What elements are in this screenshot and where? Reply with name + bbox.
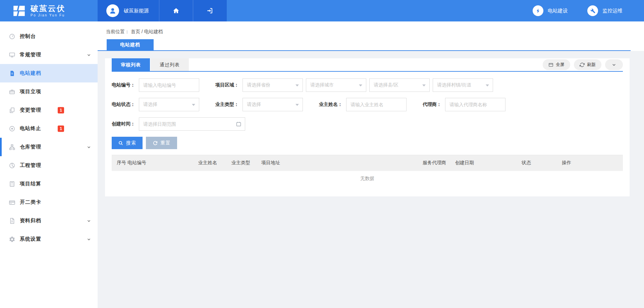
rotate-ccw-icon: [153, 140, 158, 146]
breadcrumb-label: 当前位置：: [106, 29, 129, 34]
province-select[interactable]: 请选择省份: [243, 78, 303, 92]
sidebar-item-data-archive[interactable]: 资料归档: [0, 211, 98, 230]
station-status-select[interactable]: 请选择: [139, 98, 199, 111]
fullscreen-label: 全屏: [556, 62, 565, 68]
credit-card-icon: [9, 199, 15, 206]
nav-monitor-ops[interactable]: 监控运维: [587, 5, 623, 16]
header-user-band: 破茧新能源: [98, 0, 227, 21]
station-terminate-badge: 1: [58, 125, 64, 132]
avatar: [106, 4, 119, 17]
region-label: 项目区域：: [215, 82, 239, 88]
nav-station-build[interactable]: 电站建设: [533, 5, 568, 16]
filter-station-status: 电站状态： 请选择: [112, 98, 199, 111]
filter-owner-type: 业主类型： 请选择: [215, 98, 303, 111]
document-icon: [9, 70, 15, 77]
station-no-label: 电站编号：: [112, 82, 135, 88]
region-selects: 请选择省份 请选择城市 请选择县/区 请选择村镇/街道: [243, 78, 493, 92]
top-header: 破茧云伏 Po Jian Yun Fu 破茧新能源: [0, 0, 644, 21]
brand-text: 破茧云伏 Po Jian Yun Fu: [31, 5, 65, 17]
sidebar-item-engineering-mgmt[interactable]: 工程管理: [0, 156, 98, 175]
col-status: 状态: [522, 155, 562, 171]
table-header-row: 序号 电站编号 业主姓名 业主类型 项目地址 服务代理商 创建日期 状态 操作: [112, 155, 623, 171]
county-select[interactable]: 请选择县/区: [369, 78, 430, 92]
copy-icon: [9, 107, 15, 114]
sidebar-item-warehouse-mgmt[interactable]: 仓库管理: [0, 138, 98, 156]
station-no-input[interactable]: [139, 78, 199, 92]
sidebar-item-station-archive[interactable]: 电站建档: [0, 64, 98, 82]
panel-tabbar: 审核列表 通过列表 全屏 刷新: [112, 58, 623, 72]
chevron-down-icon: [87, 53, 91, 57]
reset-button[interactable]: 重置: [146, 137, 177, 149]
archive-icon: [9, 218, 15, 224]
breadcrumb: 当前位置： 首页 / 电站建档: [98, 21, 644, 35]
chevron-down-icon: [87, 145, 91, 149]
record-icon: [9, 125, 15, 132]
brand-title: 破茧云伏: [31, 5, 65, 12]
user-name: 破茧新能源: [124, 8, 149, 14]
main-area: 当前位置： 首页 / 电站建档 电站建档 审核列表 通过列表 全屏: [98, 21, 644, 308]
sidebar-item-open-card[interactable]: 开二类卡: [0, 193, 98, 211]
page-topbar: 当前位置： 首页 / 电站建档 电站建档: [98, 21, 644, 51]
collapse-button[interactable]: [605, 59, 623, 70]
chevron-down-icon: [611, 62, 616, 67]
change-mgmt-badge: 1: [58, 107, 64, 113]
login-icon: [206, 7, 214, 14]
wrench-icon-wrap: [587, 5, 598, 16]
filter-row-3: 创建时间：: [112, 117, 623, 131]
date-range-picker[interactable]: [139, 117, 245, 131]
wrench-icon: [590, 8, 596, 14]
main-panel: 审核列表 通过列表 全屏 刷新: [105, 58, 630, 196]
filter-region: 项目区域： 请选择省份 请选择城市 请选择县/区 请选择村镇/街道: [215, 78, 493, 92]
home-button[interactable]: [159, 0, 193, 21]
briefcase-icon: [9, 88, 15, 95]
pie-chart-icon: [9, 162, 15, 169]
col-owner-name: 业主姓名: [198, 155, 231, 171]
sidebar-item-console[interactable]: 控制台: [0, 27, 98, 46]
sidebar-item-general-mgmt[interactable]: 常规管理: [0, 46, 98, 64]
search-button[interactable]: 搜索: [112, 137, 143, 149]
panel-toolbar: 全屏 刷新: [543, 59, 623, 70]
date-range-input[interactable]: [139, 117, 245, 131]
fullscreen-button[interactable]: 全屏: [543, 59, 570, 70]
filter-row-2: 电站状态： 请选择 业主类型： 请选择 业主姓名： 代理商：: [112, 98, 623, 111]
col-station-no: 电站编号: [127, 155, 198, 171]
sidebar-item-station-terminate[interactable]: 电站终止 1: [0, 119, 98, 138]
fullscreen-icon: [548, 62, 553, 67]
page-tab-station-archive[interactable]: 电站建档: [107, 39, 154, 50]
monitor-icon: [9, 52, 15, 58]
filter-actions: 搜索 重置: [112, 137, 623, 149]
filter-station-no: 电站编号：: [112, 78, 199, 92]
agent-input[interactable]: [445, 98, 505, 111]
sidebar-item-project-initiation[interactable]: 项目立项: [0, 82, 98, 101]
col-service-agent: 服务代理商: [423, 155, 455, 171]
owner-type-select[interactable]: 请选择: [243, 98, 303, 111]
sidebar-item-system-settings[interactable]: 系统设置: [0, 230, 98, 248]
login-button[interactable]: [193, 0, 227, 21]
gear-icon: [9, 236, 15, 243]
pojian-logo-icon: [12, 4, 26, 18]
town-select[interactable]: 请选择村镇/街道: [433, 78, 493, 92]
tab-review-list[interactable]: 审核列表: [112, 58, 150, 71]
sidebar-item-project-settlement[interactable]: 项目结算: [0, 175, 98, 193]
content-area: 审核列表 通过列表 全屏 刷新: [98, 51, 644, 196]
chevron-down-icon: [87, 219, 91, 223]
user-menu[interactable]: 破茧新能源: [98, 0, 159, 21]
created-time-label: 创建时间：: [112, 121, 135, 127]
owner-name-input[interactable]: [346, 98, 407, 111]
header-nav: 电站建设 监控运维: [227, 0, 644, 21]
brand-logo: 破茧云伏 Po Jian Yun Fu: [0, 0, 98, 21]
refresh-button[interactable]: 刷新: [574, 59, 601, 70]
brand-subtitle: Po Jian Yun Fu: [31, 14, 65, 17]
refresh-label: 刷新: [587, 62, 596, 68]
sidebar-item-change-mgmt[interactable]: 变更管理 1: [0, 101, 98, 119]
breadcrumb-path[interactable]: 首页 / 电站建档: [131, 29, 163, 34]
results-table: 序号 电站编号 业主姓名 业主类型 项目地址 服务代理商 创建日期 状态 操作: [112, 155, 623, 186]
refresh-icon: [580, 62, 585, 67]
user-avatar-icon: [109, 7, 117, 15]
chevron-down-icon: [87, 237, 91, 242]
col-actions: 操作: [562, 155, 623, 171]
filter-row-1: 电站编号： 项目区域： 请选择省份 请选择城市 请选择县/区 请选择村镇/街道: [112, 78, 623, 92]
city-select[interactable]: 请选择城市: [306, 78, 366, 92]
tab-passed-list[interactable]: 通过列表: [151, 58, 189, 71]
dashboard-icon: [9, 33, 15, 40]
